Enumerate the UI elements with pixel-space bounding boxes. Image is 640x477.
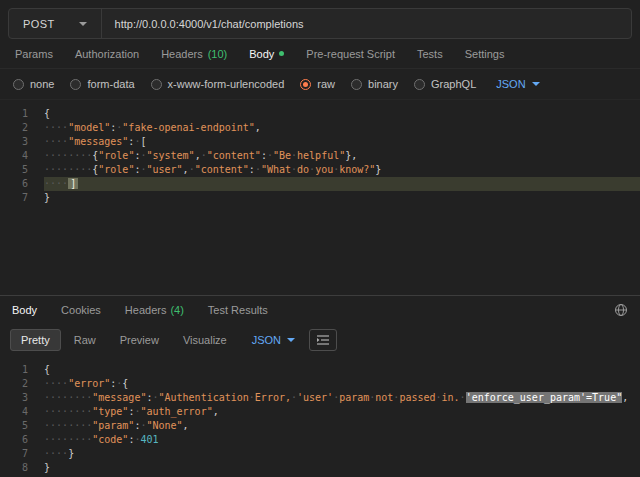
line-number: 4 bbox=[0, 405, 44, 419]
code-content: ········"message":·"Authentication·Error… bbox=[44, 391, 640, 405]
code-line[interactable]: 6········"code":·401 bbox=[0, 433, 640, 447]
tab-label: Body bbox=[249, 48, 274, 60]
radio-label: GraphQL bbox=[431, 78, 476, 90]
line-number: 2 bbox=[0, 377, 44, 391]
code-content: { bbox=[44, 107, 640, 121]
code-content: ····] bbox=[44, 177, 640, 191]
line-number: 3 bbox=[0, 391, 44, 405]
code-line[interactable]: 6····] bbox=[0, 177, 640, 191]
view-pretty-button[interactable]: Pretty bbox=[10, 329, 61, 351]
language-label: JSON bbox=[496, 78, 525, 90]
body-type-graphql[interactable]: GraphQL bbox=[414, 78, 476, 90]
code-content: ····"error":·{ bbox=[44, 377, 640, 391]
tab-label: Cookies bbox=[61, 304, 101, 316]
body-type-none[interactable]: none bbox=[13, 78, 54, 90]
tab-label: Params bbox=[15, 48, 53, 60]
tab-headers[interactable]: Headers (10) bbox=[150, 39, 238, 68]
request-language-select[interactable]: JSON bbox=[496, 78, 539, 90]
view-raw-button[interactable]: Raw bbox=[63, 329, 107, 351]
code-line[interactable]: 2····"model":·"fake-openai-endpoint", bbox=[0, 121, 640, 135]
code-line[interactable]: 8} bbox=[0, 461, 640, 475]
tab-label: Tests bbox=[417, 48, 443, 60]
code-content: ········"type":·"auth_error", bbox=[44, 405, 640, 419]
line-number: 5 bbox=[0, 419, 44, 433]
code-line[interactable]: 3········"message":·"Authentication·Erro… bbox=[0, 391, 640, 405]
body-type-x-www-form-urlencoded[interactable]: x-www-form-urlencoded bbox=[151, 78, 285, 90]
code-content: ········{"role":·"system",·"content":·"B… bbox=[44, 149, 640, 163]
radio-icon-selected bbox=[300, 79, 311, 90]
format-icon[interactable] bbox=[309, 329, 337, 351]
tab-params[interactable]: Params bbox=[4, 39, 64, 68]
line-number: 7 bbox=[0, 447, 44, 461]
radio-label: binary bbox=[368, 78, 398, 90]
body-type-binary[interactable]: binary bbox=[351, 78, 398, 90]
code-content: } bbox=[44, 461, 640, 475]
tab-label: Headers bbox=[161, 48, 203, 60]
view-label: Pretty bbox=[21, 334, 50, 346]
globe-icon[interactable] bbox=[614, 303, 628, 317]
body-type-form-data[interactable]: form-data bbox=[70, 78, 134, 90]
code-line[interactable]: 1{ bbox=[0, 107, 640, 121]
tab-label: Headers bbox=[125, 304, 167, 316]
tab-tests[interactable]: Tests bbox=[406, 39, 454, 68]
view-label: Visualize bbox=[183, 334, 227, 346]
code-line[interactable]: 1{ bbox=[0, 363, 640, 377]
line-number: 1 bbox=[0, 363, 44, 377]
tab-authorization[interactable]: Authorization bbox=[64, 39, 150, 68]
radio-icon bbox=[351, 79, 362, 90]
response-body-editor[interactable]: 1{2····"error":·{3········"message":·"Au… bbox=[0, 356, 640, 477]
tab-label: Pre-request Script bbox=[306, 48, 395, 60]
code-line[interactable]: 5········"param":·"None", bbox=[0, 419, 640, 433]
view-label: Preview bbox=[120, 334, 159, 346]
chevron-down-icon bbox=[79, 22, 87, 26]
line-number: 1 bbox=[0, 107, 44, 121]
body-type-raw[interactable]: raw bbox=[300, 78, 335, 90]
request-tabs: Params Authorization Headers (10) Body P… bbox=[0, 39, 640, 69]
code-content: ····} bbox=[44, 447, 640, 461]
tab-settings[interactable]: Settings bbox=[454, 39, 516, 68]
response-language-select[interactable]: JSON bbox=[252, 334, 295, 346]
method-select[interactable]: POST bbox=[9, 9, 101, 38]
code-line[interactable]: 3····"messages":·[ bbox=[0, 135, 640, 149]
radio-icon bbox=[151, 79, 162, 90]
tab-body[interactable]: Body bbox=[238, 39, 295, 68]
tab-label: Body bbox=[12, 304, 37, 316]
radio-label: x-www-form-urlencoded bbox=[168, 78, 285, 90]
view-label: Raw bbox=[74, 334, 96, 346]
radio-label: none bbox=[30, 78, 54, 90]
code-content: ········"code":·401 bbox=[44, 433, 640, 447]
response-tab-cookies[interactable]: Cookies bbox=[61, 296, 101, 324]
code-content: } bbox=[44, 191, 640, 205]
code-line[interactable]: 4········{"role":·"system",·"content":·"… bbox=[0, 149, 640, 163]
tab-pre-request-script[interactable]: Pre-request Script bbox=[295, 39, 406, 68]
code-line[interactable]: 5········{"role":·"user",·"content":·"Wh… bbox=[0, 163, 640, 177]
code-content: ····"messages":·[ bbox=[44, 135, 640, 149]
line-number: 3 bbox=[0, 135, 44, 149]
response-tabs: Body Cookies Headers (4) Test Results bbox=[0, 295, 640, 324]
code-line[interactable]: 2····"error":·{ bbox=[0, 377, 640, 391]
url-input[interactable]: http://0.0.0.0:4000/v1/chat/completions bbox=[102, 18, 631, 30]
radio-icon bbox=[13, 79, 24, 90]
response-tab-test-results[interactable]: Test Results bbox=[208, 296, 268, 324]
radio-label: raw bbox=[317, 78, 335, 90]
language-label: JSON bbox=[252, 334, 281, 346]
code-content: ········{"role":·"user",·"content":·"Wha… bbox=[44, 163, 640, 177]
code-line[interactable]: 4········"type":·"auth_error", bbox=[0, 405, 640, 419]
line-number: 6 bbox=[0, 177, 44, 191]
radio-icon bbox=[414, 79, 425, 90]
response-tab-body[interactable]: Body bbox=[12, 296, 37, 324]
method-label: POST bbox=[23, 18, 55, 30]
code-content: { bbox=[44, 363, 640, 377]
code-line[interactable]: 7} bbox=[0, 191, 640, 205]
radio-icon bbox=[70, 79, 81, 90]
tab-count: (4) bbox=[170, 304, 183, 316]
code-content: ········"param":·"None", bbox=[44, 419, 640, 433]
request-body-editor[interactable]: 1{2····"model":·"fake-openai-endpoint",3… bbox=[0, 99, 640, 295]
body-type-row: none form-data x-www-form-urlencoded raw… bbox=[0, 69, 640, 99]
tab-label: Settings bbox=[465, 48, 505, 60]
view-preview-button[interactable]: Preview bbox=[109, 329, 170, 351]
code-line[interactable]: 7····} bbox=[0, 447, 640, 461]
view-visualize-button[interactable]: Visualize bbox=[172, 329, 238, 351]
chevron-down-icon bbox=[532, 82, 540, 86]
response-tab-headers[interactable]: Headers (4) bbox=[125, 296, 184, 324]
